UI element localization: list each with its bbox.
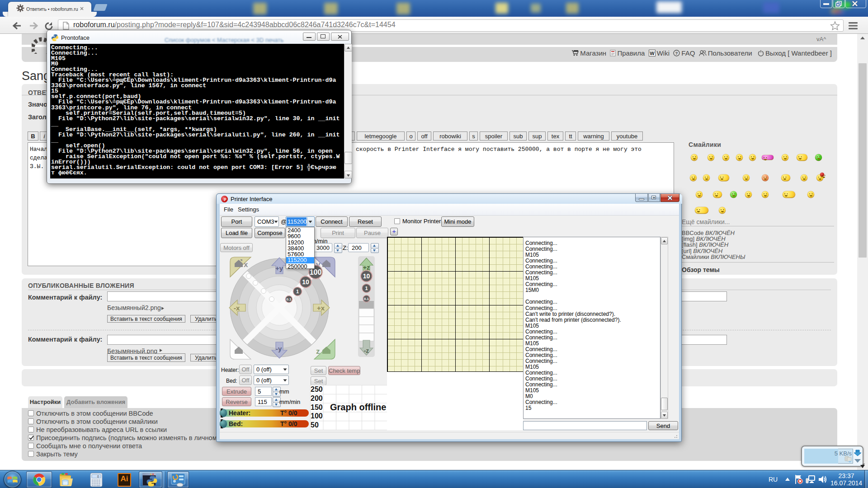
svg-text:0.1: 0.1 — [286, 297, 292, 301]
svg-text:0.1: 0.1 — [364, 297, 369, 301]
svg-text:10: 10 — [363, 272, 370, 280]
svg-text:+z: +z — [363, 264, 370, 271]
svg-text:z: z — [316, 347, 320, 356]
svg-text:W: W — [650, 51, 655, 56]
svg-text:0: 0 — [97, 475, 99, 478]
svg-text:x: x — [244, 260, 248, 269]
svg-text:100: 100 — [310, 268, 322, 276]
svg-text:+y: +y — [275, 264, 283, 272]
svg-text:10: 10 — [302, 278, 309, 286]
svg-text:-z: -z — [364, 347, 369, 354]
svg-text:1: 1 — [365, 286, 368, 291]
svg-text:?: ? — [675, 51, 678, 56]
svg-text:-y: -y — [276, 345, 282, 352]
svg-text:+x: +x — [317, 304, 325, 312]
svg-text:-x: -x — [234, 304, 240, 312]
svg-text:1: 1 — [296, 289, 299, 294]
